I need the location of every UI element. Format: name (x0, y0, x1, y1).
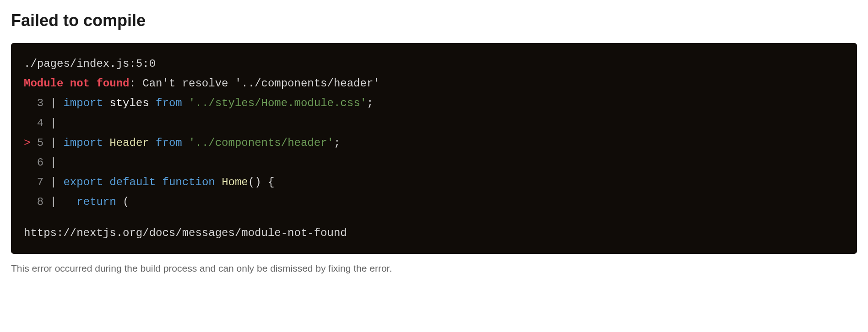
line-pipe: | (43, 176, 63, 188)
space (103, 137, 109, 149)
space (156, 176, 162, 188)
function-name: Home (222, 176, 248, 188)
line-number: 5 (37, 137, 43, 149)
line-number: 7 (37, 176, 43, 188)
keyword: function (163, 176, 215, 188)
punct: ; (334, 137, 340, 149)
footer-note: This error occurred during the build pro… (11, 263, 857, 274)
keyword: from (156, 137, 182, 149)
line-number: 6 (37, 156, 43, 169)
error-heading: Failed to compile (11, 11, 857, 30)
punct: ( (116, 196, 130, 208)
line-pipe: | (43, 137, 63, 149)
string: '../components/header' (189, 137, 334, 149)
space (182, 97, 189, 109)
string: '../styles/Home.module.css' (189, 97, 367, 109)
code-line: 6 | (24, 153, 844, 172)
line-pipe: | (43, 196, 63, 208)
error-message: : Can't resolve '../components/header' (129, 77, 380, 90)
keyword: return (76, 196, 116, 208)
code-line: 8 | return ( (24, 192, 844, 212)
line-pipe: | (43, 117, 63, 129)
line-caret (24, 117, 37, 129)
space (215, 176, 222, 188)
indent (63, 196, 76, 208)
line-caret: > (24, 137, 37, 149)
line-caret (24, 156, 37, 169)
space (103, 176, 109, 188)
error-label: Module not found (24, 77, 129, 90)
punct: () { (248, 176, 275, 188)
keyword: import (63, 97, 103, 109)
error-code-block: ./pages/index.js:5:0 Module not found: C… (11, 43, 857, 254)
error-summary: Module not found: Can't resolve '../comp… (24, 74, 844, 93)
punct: ; (367, 97, 373, 109)
code-line: 7 | export default function Home() { (24, 172, 844, 192)
docs-link[interactable]: https://nextjs.org/docs/messages/module-… (24, 223, 844, 243)
line-caret (24, 196, 37, 208)
line-pipe: | (43, 156, 63, 169)
line-number: 8 (37, 196, 43, 208)
code-line: 4 | (24, 113, 844, 133)
line-caret (24, 97, 37, 109)
line-number: 3 (37, 97, 43, 109)
keyword: from (156, 97, 182, 109)
space (182, 137, 189, 149)
keyword: import (63, 137, 103, 149)
keyword: export (63, 176, 103, 188)
code-line-highlighted: > 5 | import Header from '../components/… (24, 133, 844, 153)
line-number: 4 (37, 117, 43, 129)
line-pipe: | (43, 97, 63, 109)
keyword: default (109, 176, 156, 188)
identifier: Header (109, 137, 149, 149)
identifier: styles (103, 97, 156, 109)
space (149, 137, 156, 149)
code-line: 3 | import styles from '../styles/Home.m… (24, 93, 844, 113)
file-location: ./pages/index.js:5:0 (24, 54, 844, 74)
line-caret (24, 176, 37, 188)
